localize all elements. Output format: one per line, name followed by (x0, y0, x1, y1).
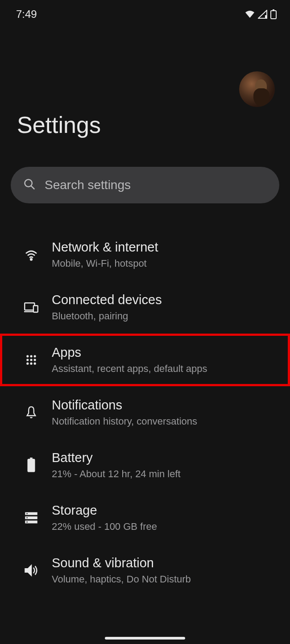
devices-icon (24, 300, 38, 314)
settings-item-sound[interactable]: Sound & vibration Volume, haptics, Do No… (0, 544, 290, 597)
wifi-icon (24, 248, 38, 262)
svg-point-25 (26, 521, 28, 523)
svg-point-9 (26, 355, 29, 357)
settings-item-title: Notifications (52, 397, 197, 413)
svg-point-13 (30, 359, 32, 361)
signal-status-icon (258, 10, 268, 19)
sound-icon (24, 563, 38, 578)
svg-point-16 (30, 362, 32, 364)
page-title: Settings (0, 107, 290, 138)
settings-item-title: Network & internet (52, 239, 158, 255)
profile-avatar[interactable] (239, 71, 275, 107)
svg-point-12 (26, 359, 29, 361)
status-icons (244, 9, 277, 19)
status-time: 7:49 (16, 8, 37, 21)
svg-rect-18 (30, 458, 33, 459)
apps-icon (24, 353, 38, 367)
settings-item-network[interactable]: Network & internet Mobile, Wi-Fi, hotspo… (0, 228, 290, 281)
status-bar: 7:49 (0, 0, 290, 22)
svg-rect-19 (28, 459, 35, 472)
search-icon (23, 178, 36, 192)
navigation-handle[interactable] (105, 637, 185, 640)
search-bar[interactable] (11, 167, 279, 203)
settings-item-subtitle: Bluetooth, pairing (52, 310, 162, 323)
settings-item-battery[interactable]: Battery 21% - About 12 hr, 24 min left (0, 439, 290, 491)
svg-point-24 (26, 517, 28, 518)
settings-item-storage[interactable]: Storage 22% used - 100 GB free (0, 491, 290, 544)
svg-point-15 (26, 362, 29, 364)
bell-icon (24, 405, 38, 420)
svg-rect-0 (265, 15, 266, 19)
svg-point-5 (30, 259, 32, 260)
settings-item-subtitle: Assistant, recent apps, default apps (52, 362, 207, 376)
settings-item-subtitle: 21% - About 12 hr, 24 min left (52, 467, 181, 481)
settings-list: Network & internet Mobile, Wi-Fi, hotspo… (0, 203, 290, 597)
settings-item-title: Battery (52, 450, 181, 466)
svg-point-17 (34, 362, 36, 364)
storage-icon (24, 511, 38, 525)
settings-item-title: Apps (52, 344, 207, 360)
settings-item-apps[interactable]: Apps Assistant, recent apps, default app… (0, 334, 290, 386)
battery-status-icon (270, 9, 277, 19)
svg-point-14 (34, 359, 36, 361)
wifi-status-icon (244, 10, 255, 19)
settings-item-title: Storage (52, 502, 157, 518)
settings-item-connected-devices[interactable]: Connected devices Bluetooth, pairing (0, 281, 290, 334)
settings-item-subtitle: Notification history, conversations (52, 415, 197, 428)
battery-icon (24, 458, 38, 472)
settings-item-subtitle: Volume, haptics, Do Not Disturb (52, 573, 191, 586)
settings-item-subtitle: 22% used - 100 GB free (52, 520, 157, 533)
settings-item-title: Connected devices (52, 292, 162, 308)
svg-point-10 (30, 355, 32, 357)
svg-point-23 (26, 513, 28, 514)
svg-rect-8 (33, 305, 38, 312)
search-input[interactable] (45, 178, 267, 192)
settings-item-title: Sound & vibration (52, 555, 191, 571)
svg-rect-2 (273, 9, 274, 11)
svg-rect-1 (271, 11, 276, 19)
settings-item-notifications[interactable]: Notifications Notification history, conv… (0, 386, 290, 439)
svg-line-4 (31, 186, 34, 189)
settings-item-subtitle: Mobile, Wi-Fi, hotspot (52, 257, 158, 270)
svg-point-11 (34, 355, 36, 357)
